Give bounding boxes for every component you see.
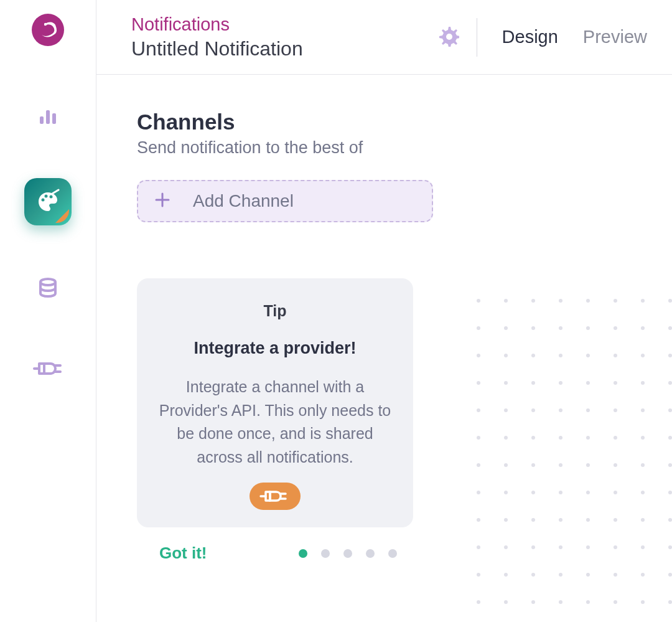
svg-point-1 [44,23,47,26]
add-channel-button[interactable]: Add Channel [137,180,433,222]
svg-point-0 [32,14,64,46]
header: Notifications Untitled Notification Desi… [96,0,672,75]
pager-dot-3[interactable] [343,549,352,558]
svg-point-13 [446,34,452,40]
content: Channels Send notification to the best o… [96,75,672,563]
nav-item-data[interactable] [29,269,67,306]
pager-dot-4[interactable] [366,549,375,558]
database-icon [37,276,59,299]
svg-rect-2 [40,116,44,124]
tip-card: Tip Integrate a provider! Integrate a ch… [137,278,413,527]
nav-item-analytics[interactable] [29,97,67,134]
nav-item-integrations[interactable] [29,350,67,387]
tip-integration-badge[interactable] [250,483,301,510]
palette-icon [35,189,61,215]
pager-dot-1[interactable] [299,549,307,558]
got-it-button[interactable]: Got it! [159,544,207,563]
nav-items [24,97,72,387]
sidebar [0,0,96,622]
add-channel-label: Add Channel [193,191,294,211]
svg-rect-3 [46,110,50,124]
plug-icon [33,359,63,378]
page-title: Untitled Notification [131,37,438,60]
svg-rect-4 [52,113,56,124]
tab-preview[interactable]: Preview [583,27,647,47]
plug-icon [259,488,291,504]
tip-title: Integrate a provider! [157,339,393,358]
header-divider [477,18,477,57]
analytics-icon [37,105,58,126]
pager-dot-2[interactable] [321,549,330,558]
svg-line-8 [52,190,58,194]
tip-body: Integrate a channel with a Provider's AP… [157,375,393,469]
main-area: Notifications Untitled Notification Desi… [96,0,672,622]
gear-icon [438,26,459,47]
tab-design[interactable]: Design [502,27,558,47]
breadcrumb[interactable]: Notifications [131,14,438,35]
tabs: Design Preview [502,27,647,47]
svg-point-6 [45,195,48,198]
background-dots [423,299,672,622]
tip-footer: Got it! [137,544,413,563]
nav-item-designer[interactable] [24,178,72,225]
section-subtitle: Send notification to the best of [137,138,637,158]
plus-icon [154,192,170,210]
section-title: Channels [137,110,637,134]
tip-pager [299,549,397,558]
svg-point-5 [42,199,45,202]
settings-button[interactable] [438,26,459,49]
tip-label: Tip [157,302,393,320]
logo [30,12,65,47]
header-left: Notifications Untitled Notification [131,14,438,60]
svg-point-9 [40,279,55,285]
svg-point-7 [50,196,53,199]
pager-dot-5[interactable] [388,549,397,558]
